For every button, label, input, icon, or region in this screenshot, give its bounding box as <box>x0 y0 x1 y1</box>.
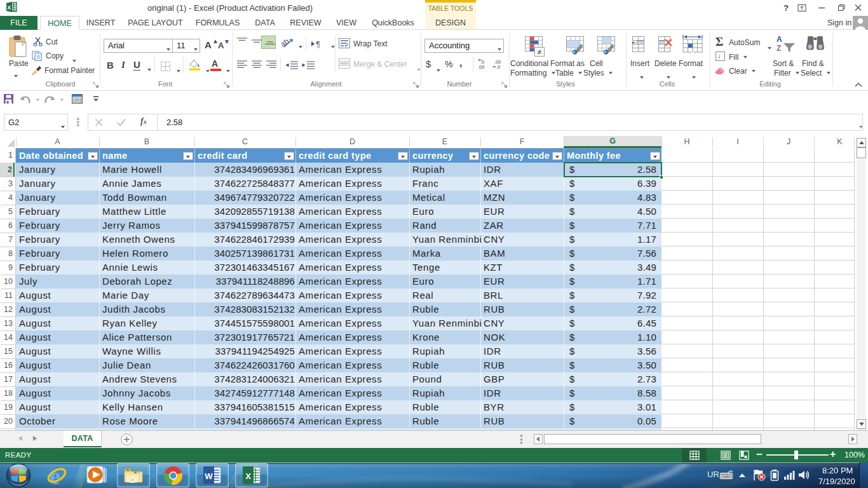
svg-text:¶: ¶ <box>316 39 320 48</box>
svg-text:.0: .0 <box>496 64 500 70</box>
svg-text:.00: .00 <box>478 64 484 70</box>
svg-text:W: W <box>205 471 213 481</box>
svg-text:e: e <box>50 463 60 488</box>
svg-text:Z: Z <box>776 44 781 53</box>
svg-text:X: X <box>245 471 251 481</box>
svg-text:X: X <box>7 4 11 11</box>
svg-text:A: A <box>776 35 782 44</box>
svg-text:?: ? <box>783 3 789 13</box>
